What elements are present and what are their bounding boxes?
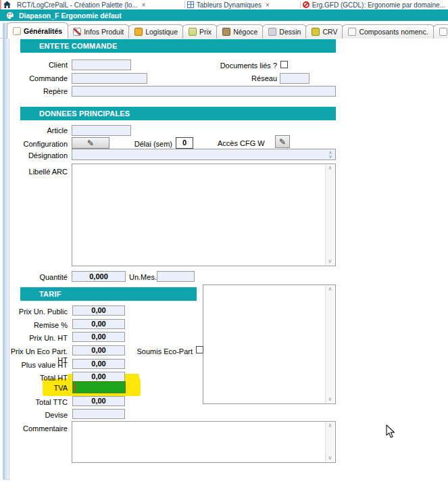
scroll-up-icon[interactable]: ∧ [328, 286, 332, 293]
tab-label: Négoce [233, 28, 257, 36]
remise-label: Remise % [0, 321, 68, 330]
devise-label: Devise [0, 411, 68, 420]
tab-label: Prix [199, 28, 211, 36]
acces-cfg-button[interactable]: ✎ [275, 135, 290, 148]
dessin-icon [268, 28, 276, 36]
designation-label: Désignation [0, 151, 68, 160]
table-icon [187, 1, 194, 8]
tab-negoce[interactable]: Négoce [216, 24, 264, 39]
section-header-entete-commande: ENTETE COMMANDE [20, 39, 336, 53]
tab-label: Infos Produit [84, 28, 124, 36]
libelle-arc-textarea[interactable]: ∧ ∨ [72, 164, 336, 266]
total-ht-field[interactable]: 0,00 [72, 372, 125, 382]
tarif-notes-textarea[interactable]: ∧ ∨ [203, 285, 336, 404]
text-caret [74, 383, 76, 391]
tab-separator [184, 1, 185, 8]
devise-field[interactable] [72, 409, 125, 419]
tab-label: Généralités [24, 27, 62, 35]
total-ht-label: Total HT [0, 374, 68, 383]
tab-separator [300, 1, 301, 8]
quantite-label: Quantité [0, 273, 68, 282]
quantite-field[interactable]: 0,000 [72, 271, 126, 282]
scroll-down-icon[interactable]: ∨ [328, 155, 332, 159]
total-ttc-field[interactable]: 0,00 [72, 396, 125, 406]
plus-value-ht-field[interactable]: 0,00 [72, 359, 125, 369]
prix-un-public-field[interactable]: 0,00 [72, 305, 125, 316]
palette-icon [6, 11, 14, 20]
soumis-eco-part-checkbox[interactable] [196, 346, 203, 353]
commande-field[interactable] [72, 73, 147, 84]
tva-label: TVA [0, 384, 68, 393]
scroll-down-icon[interactable]: ∨ [328, 455, 332, 462]
client-field[interactable] [72, 59, 131, 70]
browser-tab-title: RCT/LogCrePalL - Création Palette (lo... [17, 1, 138, 9]
configuration-button[interactable]: ✎ [72, 137, 109, 149]
browser-tab-creation-palette[interactable]: RCT/LogCrePalL - Création Palette (lo...… [14, 0, 182, 9]
home-icon[interactable] [3, 1, 11, 9]
tab-dessin[interactable]: Dessin [262, 24, 307, 39]
edit-icon: ✎ [279, 137, 286, 147]
commentaire-scrollbar[interactable]: ∧ ∨ [325, 422, 334, 462]
tarif-notes-scrollbar[interactable]: ∧ ∨ [325, 286, 334, 403]
delai-field[interactable]: 0 [176, 137, 193, 149]
prix-un-eco-part-field[interactable]: 0,00 [72, 345, 125, 355]
designation-field[interactable]: ∧ ∨ [72, 149, 336, 160]
tab-infos-produit[interactable]: Infos Produit [67, 24, 130, 39]
commande-label: Commande [0, 74, 68, 83]
tab-prix[interactable]: Prix [182, 24, 218, 39]
negoce-icon [222, 28, 230, 36]
article-field[interactable] [72, 125, 131, 136]
tab-its-nomenc[interactable]: ITs nomenc. [433, 24, 448, 39]
commentaire-textarea[interactable]: ∧ ∨ [72, 421, 336, 463]
libelle-arc-scrollbar[interactable]: ∧ ∨ [325, 165, 334, 265]
infos-produit-icon [73, 28, 81, 36]
scroll-down-icon[interactable]: ∨ [328, 396, 332, 403]
libelle-arc-label: Libellé ARC [0, 168, 68, 176]
logistique-icon [134, 28, 143, 36]
tab-generalites[interactable]: Généralités [7, 22, 68, 39]
tva-field[interactable] [72, 381, 126, 393]
commentaire-label: Commentaire [0, 424, 68, 433]
browser-tab-ergonomie[interactable]: Erg.GFD (GCDL): Ergonomie par domaine... [303, 0, 448, 9]
reseau-label: Réseau [230, 74, 277, 83]
total-ttc-label: Total TTC [0, 398, 68, 407]
delai-label: Délai (sem) [132, 140, 172, 149]
scroll-up-icon[interactable]: ∧ [328, 165, 332, 172]
tab-logistique[interactable]: Logistique [128, 24, 184, 39]
diapason-window: RCT/LogCrePalL - Création Palette (lo...… [0, 0, 448, 492]
app-title-bar: Diapason_F Ergonomie défaut [0, 9, 448, 21]
scroll-down-icon[interactable]: ∨ [328, 258, 332, 265]
document-icon [348, 28, 356, 36]
tab-label: Logistique [145, 28, 178, 36]
remise-field[interactable]: 0,00 [72, 319, 125, 329]
documents-lies-checkbox[interactable] [280, 61, 288, 68]
designation-spinner[interactable]: ∧ ∨ [326, 150, 334, 159]
browser-tab-title: Tableurs Dynamiques [197, 1, 262, 9]
configuration-label: Configuration [0, 140, 68, 149]
plus-value-ht-label: Plus value HT [0, 361, 68, 370]
repere-field[interactable] [72, 86, 336, 97]
browser-tab-bar: RCT/LogCrePalL - Création Palette (lo...… [3, 0, 448, 9]
tab-label: CRV [322, 28, 337, 36]
reseau-field[interactable] [280, 73, 309, 84]
un-mes-label: Un.Mes. [129, 273, 156, 282]
prix-un-ht-field[interactable]: 0,00 [72, 332, 125, 342]
browser-tab-tableurs[interactable]: Tableurs Dynamiques × [187, 0, 298, 9]
un-mes-field[interactable] [157, 271, 195, 282]
crv-icon [312, 28, 320, 36]
section-header-tarif: TARIF [20, 287, 197, 301]
document-icon [439, 28, 447, 36]
close-icon[interactable]: × [142, 1, 146, 9]
app-tab-strip: Généralités Infos Produit Logistique Pri… [7, 22, 448, 39]
scroll-up-icon[interactable]: ∧ [328, 422, 332, 429]
acces-cfg-label: Accès CFG W [218, 139, 272, 148]
prix-un-public-label: Prix Un. Public [0, 308, 68, 316]
tab-composants-nomenc[interactable]: Composants nomenc. [342, 24, 434, 39]
repere-label: Repère [0, 87, 68, 96]
section-header-donnees-principales: DONNEES PRINCIPALES [20, 107, 336, 120]
tab-crv[interactable]: CRV [305, 24, 343, 39]
close-icon[interactable]: × [266, 1, 270, 9]
prix-icon [189, 28, 197, 36]
soumis-eco-part-label: Soumis Eco-Part [125, 347, 193, 356]
prix-un-ht-label: Prix Un. HT [0, 334, 68, 343]
